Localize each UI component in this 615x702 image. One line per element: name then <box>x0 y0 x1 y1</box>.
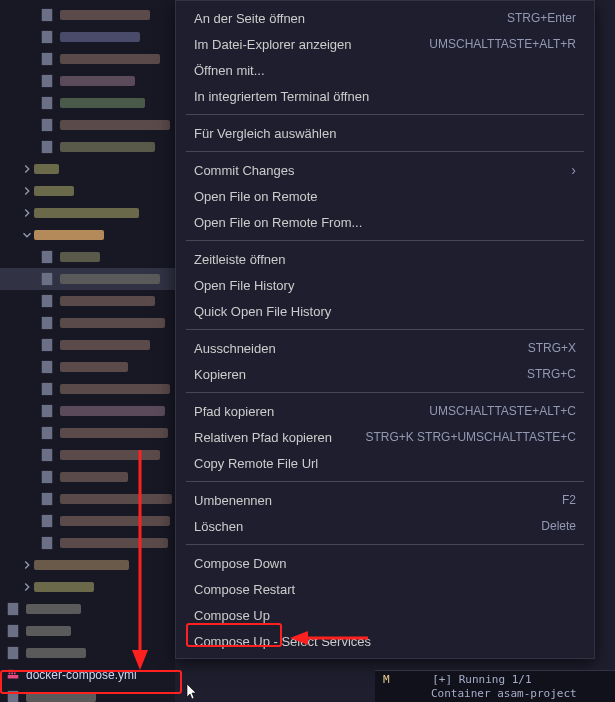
menu-item-label: Compose Up <box>194 608 270 623</box>
svg-rect-12 <box>42 361 53 373</box>
tree-item[interactable] <box>0 246 175 268</box>
terminal-line-2: Container asam-project <box>431 687 577 700</box>
file-icon <box>40 8 54 22</box>
file-explorer-sidebar[interactable]: docker-compose.yml <box>0 0 175 702</box>
svg-rect-3 <box>42 75 53 87</box>
menu-item-kopieren[interactable]: KopierenSTRG+C <box>176 361 594 387</box>
menu-item-quick-open-file-history[interactable]: Quick Open File History <box>176 298 594 324</box>
menu-item-label: Zeitleiste öffnen <box>194 252 286 267</box>
file-icon <box>40 316 54 330</box>
file-icon <box>40 140 54 154</box>
tree-item[interactable] <box>0 488 175 510</box>
tree-item[interactable] <box>0 26 175 48</box>
tree-folder[interactable] <box>0 554 175 576</box>
svg-rect-20 <box>42 537 53 549</box>
tree-folder[interactable] <box>0 180 175 202</box>
context-menu[interactable]: An der Seite öffnenSTRG+EnterIm Datei-Ex… <box>175 0 595 659</box>
file-icon <box>40 404 54 418</box>
tree-item[interactable] <box>0 92 175 114</box>
menu-item-copy-remote-file-url[interactable]: Copy Remote File Url <box>176 450 594 476</box>
tree-item[interactable] <box>0 114 175 136</box>
tree-item[interactable] <box>0 422 175 444</box>
menu-item-open-file-on-remote-from[interactable]: Open File on Remote From... <box>176 209 594 235</box>
menu-separator <box>186 481 584 482</box>
svg-rect-0 <box>42 9 53 21</box>
svg-rect-6 <box>42 141 53 153</box>
menu-item-ffnen-mit[interactable]: Öffnen mit... <box>176 57 594 83</box>
svg-rect-14 <box>42 405 53 417</box>
tree-item[interactable] <box>0 312 175 334</box>
svg-rect-5 <box>42 119 53 131</box>
menu-item-open-file-on-remote[interactable]: Open File on Remote <box>176 183 594 209</box>
menu-item-an-der-seite-ffnen[interactable]: An der Seite öffnenSTRG+Enter <box>176 5 594 31</box>
menu-item-label: Kopieren <box>194 367 246 382</box>
file-icon <box>6 690 20 702</box>
file-icon <box>40 118 54 132</box>
tree-item-selected[interactable] <box>0 268 175 290</box>
menu-item-label: Open File on Remote From... <box>194 215 362 230</box>
menu-item-label: Umbenennen <box>194 493 272 508</box>
tree-folder[interactable] <box>0 202 175 224</box>
tree-item[interactable] <box>0 400 175 422</box>
menu-item-f-r-vergleich-ausw-hlen[interactable]: Für Vergleich auswählen <box>176 120 594 146</box>
menu-item-shortcut: STRG+Enter <box>507 11 576 25</box>
tree-item[interactable] <box>0 356 175 378</box>
menu-item-shortcut: STRG+C <box>527 367 576 381</box>
menu-item-zeitleiste-ffnen[interactable]: Zeitleiste öffnen <box>176 246 594 272</box>
menu-item-label: Relativen Pfad kopieren <box>194 430 332 445</box>
menu-item-commit-changes[interactable]: Commit Changes› <box>176 157 594 183</box>
tree-folder[interactable] <box>0 576 175 598</box>
menu-item-compose-up[interactable]: Compose Up <box>176 602 594 628</box>
svg-rect-16 <box>42 449 53 461</box>
menu-item-ausschneiden[interactable]: AusschneidenSTRG+X <box>176 335 594 361</box>
menu-item-compose-up-select-services[interactable]: Compose Up - Select Services <box>176 628 594 654</box>
menu-item-im-datei-explorer-anzeigen[interactable]: Im Datei-Explorer anzeigenUMSCHALTTASTE+… <box>176 31 594 57</box>
menu-separator <box>186 544 584 545</box>
tree-item[interactable] <box>0 444 175 466</box>
svg-rect-4 <box>42 97 53 109</box>
menu-item-in-integriertem-terminal-ffnen[interactable]: In integriertem Terminal öffnen <box>176 83 594 109</box>
tree-item[interactable] <box>0 70 175 92</box>
tree-item[interactable] <box>0 290 175 312</box>
svg-rect-15 <box>42 427 53 439</box>
tree-item[interactable] <box>0 378 175 400</box>
menu-item-compose-down[interactable]: Compose Down <box>176 550 594 576</box>
file-icon <box>40 30 54 44</box>
terminal-panel[interactable]: M [+] Running 1/1 Container asam-project <box>375 670 615 702</box>
menu-item-label: In integriertem Terminal öffnen <box>194 89 369 104</box>
chevron-right-icon <box>20 206 34 220</box>
svg-rect-2 <box>42 53 53 65</box>
svg-rect-8 <box>42 273 53 285</box>
tree-item[interactable] <box>0 334 175 356</box>
menu-separator <box>186 114 584 115</box>
tree-item[interactable] <box>0 48 175 70</box>
tree-item[interactable] <box>0 598 175 620</box>
menu-item-shortcut: Delete <box>541 519 576 533</box>
chevron-right-icon <box>20 558 34 572</box>
svg-rect-9 <box>42 295 53 307</box>
svg-rect-1 <box>42 31 53 43</box>
tree-item[interactable] <box>0 642 175 664</box>
tree-item[interactable] <box>0 686 175 702</box>
menu-item-umbenennen[interactable]: UmbenennenF2 <box>176 487 594 513</box>
tree-folder[interactable] <box>0 158 175 180</box>
menu-item-shortcut: UMSCHALTTASTE+ALT+C <box>429 404 576 418</box>
menu-item-relativen-pfad-kopieren[interactable]: Relativen Pfad kopierenSTRG+K STRG+UMSCH… <box>176 424 594 450</box>
menu-item-compose-restart[interactable]: Compose Restart <box>176 576 594 602</box>
tree-item[interactable] <box>0 532 175 554</box>
tree-item[interactable] <box>0 620 175 642</box>
tree-item[interactable] <box>0 136 175 158</box>
menu-separator <box>186 240 584 241</box>
tree-item-docker-compose[interactable]: docker-compose.yml <box>0 664 175 686</box>
menu-item-l-schen[interactable]: LöschenDelete <box>176 513 594 539</box>
tree-item[interactable] <box>0 466 175 488</box>
file-icon <box>40 96 54 110</box>
tree-item[interactable] <box>0 510 175 532</box>
menu-item-pfad-kopieren[interactable]: Pfad kopierenUMSCHALTTASTE+ALT+C <box>176 398 594 424</box>
menu-item-open-file-history[interactable]: Open File History <box>176 272 594 298</box>
menu-item-label: Commit Changes <box>194 163 294 178</box>
tree-folder[interactable] <box>0 224 175 246</box>
file-icon <box>40 360 54 374</box>
file-icon <box>40 536 54 550</box>
tree-item[interactable] <box>0 4 175 26</box>
